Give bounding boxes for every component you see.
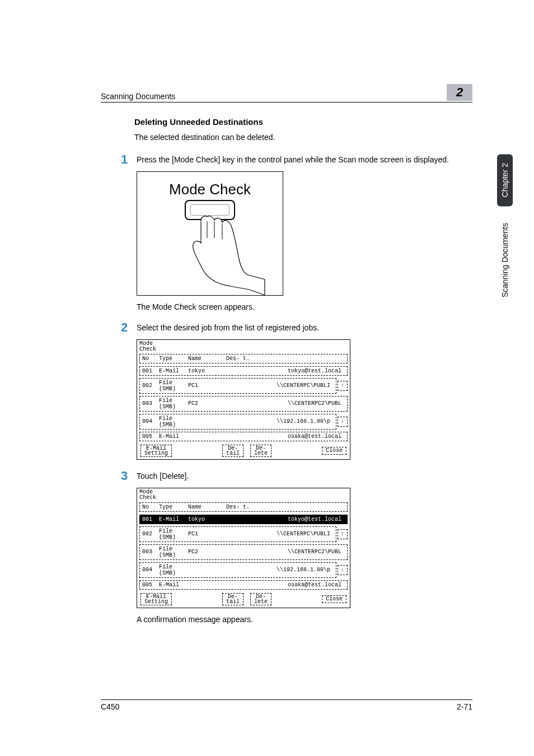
email-setting-button[interactable]: E-MailSetting [140, 445, 172, 457]
close-button[interactable]: Close [322, 595, 346, 603]
step-number: 1 [121, 153, 137, 166]
delete-button[interactable]: De-lete [250, 593, 271, 605]
close-button[interactable]: Close [322, 447, 346, 455]
section-intro: The selected destination can be deleted. [134, 132, 472, 143]
scroll-up-button[interactable]: ↑ [338, 529, 348, 539]
side-tab-chapter: Chapter 2 [497, 154, 513, 206]
table-row[interactable]: 004 File (SMB) \\192.168.1.80\p [139, 562, 336, 578]
mode-check-label: Mode Check [137, 181, 283, 198]
scroll-down-button[interactable]: ↓ [338, 565, 348, 575]
table-header: No Type Name Des- t. [139, 354, 348, 363]
step-text: Touch [Delete]. [137, 470, 189, 482]
screen-title-2: Check [139, 346, 156, 352]
side-tab-section: Scanning Documents [497, 214, 513, 306]
table-row-selected[interactable]: 001 E-Mail tokyo tokyo@test.local [139, 515, 348, 524]
footer-right: 2-71 [457, 702, 472, 711]
table-row[interactable]: 003 File (SMB) PC2 \\CENTERPC2\PUBL [139, 544, 348, 560]
mode-check-screen-1: ModeCheck No Type Name Des- t. 001 E-Mai… [137, 339, 350, 460]
chapter-badge: 2 [447, 84, 472, 101]
delete-button[interactable]: De-lete [250, 445, 271, 457]
col-no: No [142, 356, 159, 362]
col-name: Name [188, 356, 226, 362]
table-row[interactable]: 001 E-Mail tokyo tokyo@test.local [139, 366, 348, 376]
table-row[interactable]: 002 File (SMB) PC1 \\CENTERPC\PUBLI [139, 378, 336, 394]
section-title: Deleting Unneeded Destinations [134, 117, 472, 127]
scroll-up-button[interactable]: ↑ [338, 381, 348, 391]
table-row[interactable]: 002 File (SMB) PC1 \\CENTERPC\PUBLI [139, 526, 336, 542]
step-number: 3 [121, 470, 137, 482]
detail-button[interactable]: De-tail [222, 445, 243, 457]
caption-2: A confirmation message appears. [137, 615, 472, 624]
col-type: Type [159, 356, 188, 362]
hand-icon [188, 212, 266, 296]
email-setting-button[interactable]: E-MailSetting [140, 593, 172, 605]
step-number: 2 [121, 321, 137, 334]
footer-left: C450 [101, 702, 119, 711]
table-row[interactable]: 005 E-Mail osaka@test.local [139, 580, 348, 590]
caption-1: The Mode Check screen appears. [137, 302, 472, 311]
step-text: Select the desired job from the list of … [137, 321, 319, 334]
mode-check-screen-2: ModeCheck No Type Name Des- t. 001 E-Mai… [137, 488, 350, 608]
detail-button[interactable]: De-tail [222, 593, 243, 605]
mode-check-figure: Mode Check [137, 171, 283, 296]
col-dest: Des- t. [226, 356, 345, 362]
screen-title-2: Check [139, 494, 156, 501]
running-header: Scanning Documents [101, 92, 175, 101]
table-row[interactable]: 005 E-Mail osaka@test.local [139, 432, 348, 441]
step-text: Press the [Mode Check] key in the contro… [137, 153, 449, 166]
table-row[interactable]: 004 File (SMB) \\192.168.1.80\p [139, 414, 336, 430]
table-header: No Type Name Des- t. [139, 502, 348, 512]
table-row[interactable]: 003 File (SMB) PC2 \\CENTERPC2\PUBL [139, 396, 348, 412]
scroll-down-button[interactable]: ↓ [338, 417, 348, 427]
